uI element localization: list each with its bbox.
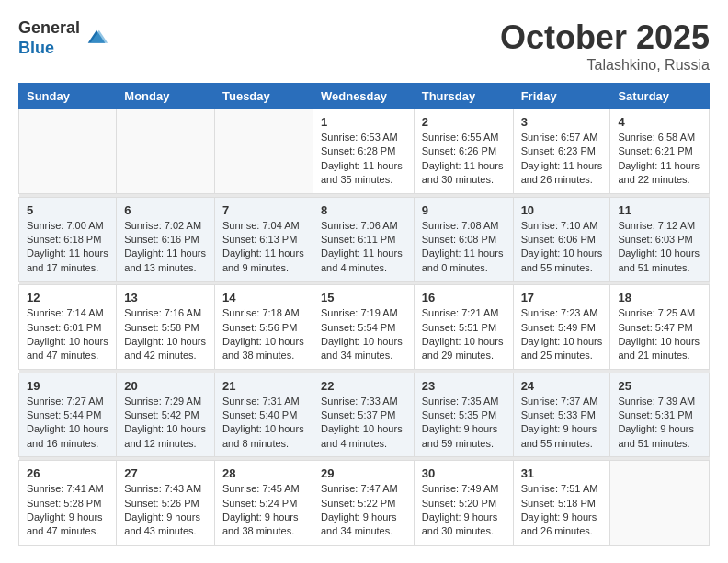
day-info: Sunrise: 7:45 AM Sunset: 5:24 PM Dayligh… [222,482,305,539]
day-info: Sunrise: 7:06 AM Sunset: 6:11 PM Dayligh… [321,219,406,276]
day-info: Sunrise: 7:19 AM Sunset: 5:54 PM Dayligh… [321,306,406,363]
header-wednesday: Wednesday [313,84,414,109]
day-cell: 11Sunrise: 7:12 AM Sunset: 6:03 PM Dayli… [610,197,710,282]
day-cell [19,109,117,194]
day-info: Sunrise: 7:04 AM Sunset: 6:13 PM Dayligh… [222,219,305,276]
day-info: Sunrise: 7:14 AM Sunset: 6:01 PM Dayligh… [27,306,108,363]
page-header: General Blue October 2025 Talashkino, Ru… [18,18,710,74]
day-info: Sunrise: 6:53 AM Sunset: 6:28 PM Dayligh… [321,131,406,188]
title-section: October 2025 Talashkino, Russia [500,18,710,74]
day-number: 26 [27,466,108,480]
header-thursday: Thursday [414,84,513,109]
header-tuesday: Tuesday [214,84,313,109]
day-info: Sunrise: 7:18 AM Sunset: 5:56 PM Dayligh… [222,306,305,363]
day-number: 27 [124,466,207,480]
day-cell: 2Sunrise: 6:55 AM Sunset: 6:26 PM Daylig… [414,109,513,194]
week-row-5: 26Sunrise: 7:41 AM Sunset: 5:28 PM Dayli… [19,461,710,546]
week-row-1: 1Sunrise: 6:53 AM Sunset: 6:28 PM Daylig… [19,109,710,194]
day-number: 5 [27,203,108,217]
calendar-table: SundayMondayTuesdayWednesdayThursdayFrid… [18,83,710,546]
day-cell: 17Sunrise: 7:23 AM Sunset: 5:49 PM Dayli… [513,285,610,370]
day-cell [117,109,215,194]
day-cell: 9Sunrise: 7:08 AM Sunset: 6:08 PM Daylig… [414,197,513,282]
day-number: 19 [27,379,108,393]
day-number: 7 [222,203,305,217]
day-cell: 3Sunrise: 6:57 AM Sunset: 6:23 PM Daylig… [513,109,610,194]
day-number: 14 [222,291,305,304]
day-number: 29 [321,466,406,480]
logo-general: General [18,18,80,39]
day-info: Sunrise: 7:08 AM Sunset: 6:08 PM Dayligh… [422,219,506,276]
header-row: SundayMondayTuesdayWednesdayThursdayFrid… [19,84,710,109]
day-cell: 25Sunrise: 7:39 AM Sunset: 5:31 PM Dayli… [610,373,710,457]
day-cell: 7Sunrise: 7:04 AM Sunset: 6:13 PM Daylig… [214,197,313,282]
day-cell: 6Sunrise: 7:02 AM Sunset: 6:16 PM Daylig… [117,197,215,282]
day-info: Sunrise: 7:49 AM Sunset: 5:20 PM Dayligh… [422,482,506,539]
day-info: Sunrise: 7:51 AM Sunset: 5:18 PM Dayligh… [521,482,603,539]
day-number: 6 [124,203,207,217]
day-number: 15 [321,291,406,304]
logo-blue: Blue [18,39,80,59]
day-number: 17 [521,291,603,304]
day-cell: 5Sunrise: 7:00 AM Sunset: 6:18 PM Daylig… [19,197,117,282]
logo-icon [84,26,109,52]
header-friday: Friday [513,84,610,109]
day-number: 9 [422,203,506,217]
day-info: Sunrise: 7:39 AM Sunset: 5:31 PM Dayligh… [618,395,701,452]
month-title: October 2025 [500,18,710,57]
day-cell: 27Sunrise: 7:43 AM Sunset: 5:26 PM Dayli… [117,461,215,546]
day-info: Sunrise: 7:47 AM Sunset: 5:22 PM Dayligh… [321,482,406,539]
day-number: 21 [222,379,305,393]
day-cell: 8Sunrise: 7:06 AM Sunset: 6:11 PM Daylig… [313,197,414,282]
day-cell: 31Sunrise: 7:51 AM Sunset: 5:18 PM Dayli… [513,461,610,546]
day-number: 1 [321,115,406,129]
day-info: Sunrise: 7:29 AM Sunset: 5:42 PM Dayligh… [124,395,207,452]
logo: General Blue [18,18,109,58]
day-info: Sunrise: 7:12 AM Sunset: 6:03 PM Dayligh… [618,219,701,276]
day-cell: 23Sunrise: 7:35 AM Sunset: 5:35 PM Dayli… [414,373,513,457]
day-cell: 28Sunrise: 7:45 AM Sunset: 5:24 PM Dayli… [214,461,313,546]
day-info: Sunrise: 7:27 AM Sunset: 5:44 PM Dayligh… [27,395,108,452]
day-number: 2 [422,115,506,129]
day-cell: 19Sunrise: 7:27 AM Sunset: 5:44 PM Dayli… [19,373,117,457]
day-info: Sunrise: 7:25 AM Sunset: 5:47 PM Dayligh… [618,306,701,363]
day-cell: 30Sunrise: 7:49 AM Sunset: 5:20 PM Dayli… [414,461,513,546]
day-info: Sunrise: 7:21 AM Sunset: 5:51 PM Dayligh… [422,306,506,363]
day-number: 13 [124,291,207,304]
day-cell: 20Sunrise: 7:29 AM Sunset: 5:42 PM Dayli… [117,373,215,457]
day-number: 3 [521,115,603,129]
day-number: 30 [422,466,506,480]
header-saturday: Saturday [610,84,710,109]
day-info: Sunrise: 7:23 AM Sunset: 5:49 PM Dayligh… [521,306,603,363]
day-info: Sunrise: 6:57 AM Sunset: 6:23 PM Dayligh… [521,131,603,188]
day-cell: 15Sunrise: 7:19 AM Sunset: 5:54 PM Dayli… [313,285,414,370]
day-number: 22 [321,379,406,393]
day-info: Sunrise: 7:00 AM Sunset: 6:18 PM Dayligh… [27,219,108,276]
day-cell: 1Sunrise: 6:53 AM Sunset: 6:28 PM Daylig… [313,109,414,194]
day-info: Sunrise: 7:35 AM Sunset: 5:35 PM Dayligh… [422,395,506,452]
day-cell: 26Sunrise: 7:41 AM Sunset: 5:28 PM Dayli… [19,461,117,546]
day-cell: 4Sunrise: 6:58 AM Sunset: 6:21 PM Daylig… [610,109,710,194]
day-number: 8 [321,203,406,217]
day-number: 16 [422,291,506,304]
day-cell: 24Sunrise: 7:37 AM Sunset: 5:33 PM Dayli… [513,373,610,457]
day-cell: 18Sunrise: 7:25 AM Sunset: 5:47 PM Dayli… [610,285,710,370]
day-number: 25 [618,379,701,393]
day-info: Sunrise: 7:10 AM Sunset: 6:06 PM Dayligh… [521,219,603,276]
day-cell: 12Sunrise: 7:14 AM Sunset: 6:01 PM Dayli… [19,285,117,370]
day-number: 18 [618,291,701,304]
day-cell [610,461,710,546]
day-cell [214,109,313,194]
day-number: 10 [521,203,603,217]
day-cell: 14Sunrise: 7:18 AM Sunset: 5:56 PM Dayli… [214,285,313,370]
day-cell: 21Sunrise: 7:31 AM Sunset: 5:40 PM Dayli… [214,373,313,457]
day-number: 12 [27,291,108,304]
day-cell: 22Sunrise: 7:33 AM Sunset: 5:37 PM Dayli… [313,373,414,457]
day-info: Sunrise: 6:55 AM Sunset: 6:26 PM Dayligh… [422,131,506,188]
location-subtitle: Talashkino, Russia [500,57,710,74]
day-info: Sunrise: 6:58 AM Sunset: 6:21 PM Dayligh… [618,131,701,188]
day-info: Sunrise: 7:33 AM Sunset: 5:37 PM Dayligh… [321,395,406,452]
header-sunday: Sunday [19,84,117,109]
day-number: 11 [618,203,701,217]
day-info: Sunrise: 7:43 AM Sunset: 5:26 PM Dayligh… [124,482,207,539]
